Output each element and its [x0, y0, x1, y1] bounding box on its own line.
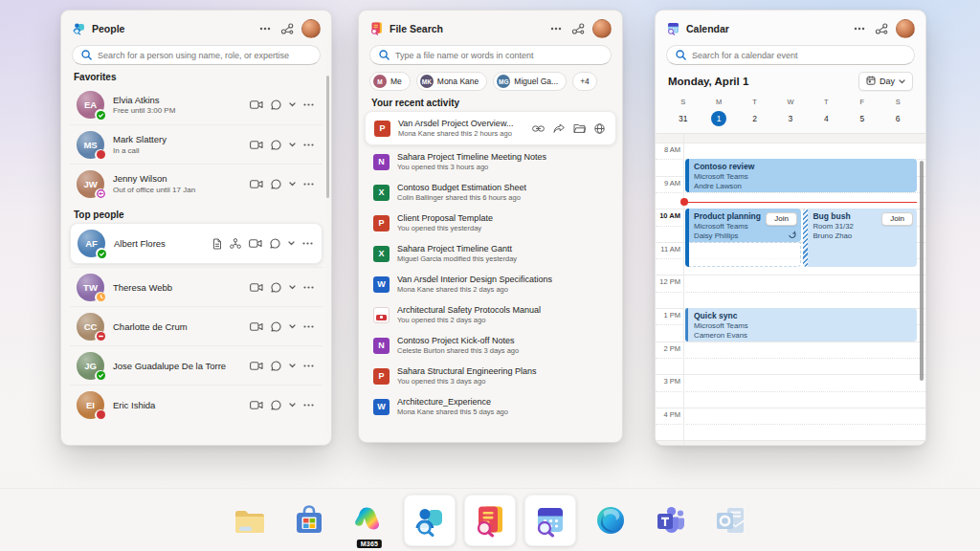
filter-chip[interactable]: MMe [369, 72, 411, 91]
chevron-down-icon[interactable] [289, 364, 296, 368]
person-row[interactable]: AFAlbert Flores [70, 223, 323, 264]
date-cell[interactable]: 3 [772, 111, 808, 126]
video-call-icon[interactable] [250, 180, 263, 188]
video-call-icon[interactable] [250, 100, 263, 109]
more-options-icon[interactable] [303, 183, 314, 186]
account-avatar[interactable] [896, 19, 915, 38]
date-cell[interactable]: 2 [737, 111, 772, 126]
video-call-icon[interactable] [250, 283, 263, 292]
video-call-icon[interactable] [250, 401, 263, 409]
file-row[interactable]: XContoso Budget Estimation SheetColin Ba… [365, 177, 616, 208]
chevron-down-icon[interactable] [289, 143, 296, 147]
date-number[interactable]: 4 [818, 111, 834, 126]
file-row[interactable]: NSahara Project Timeline Meeting NotesYo… [365, 146, 616, 177]
date-number[interactable]: 6 [890, 111, 905, 126]
more-options-icon[interactable] [548, 25, 564, 33]
calendar-event[interactable]: Product planningMicrosoft TeamsDaisy Phi… [685, 209, 801, 267]
more-options-icon[interactable] [303, 143, 314, 146]
chat-icon[interactable] [271, 321, 281, 332]
taskbar-calendar-app[interactable] [524, 495, 576, 546]
file-row[interactable]: PSahara Structural Engineering PlansYou … [365, 361, 616, 391]
chat-icon[interactable] [271, 179, 281, 189]
video-call-icon[interactable] [250, 322, 263, 331]
date-number[interactable]: 5 [855, 111, 870, 126]
calendar-search-input[interactable] [692, 51, 905, 60]
date-cell[interactable]: 5 [844, 111, 880, 126]
video-call-icon[interactable] [249, 239, 262, 248]
more-options-icon[interactable] [303, 103, 314, 106]
chat-icon[interactable] [270, 238, 280, 249]
calendar-event[interactable]: Contoso reviewMicrosoft TeamsAndre Lawso… [685, 159, 917, 192]
person-row[interactable]: JWJenny WilsonOut of office until 17 Jan [70, 164, 323, 203]
taskbar-teams[interactable] [645, 495, 697, 546]
open-folder-icon[interactable] [573, 123, 586, 133]
account-avatar[interactable] [301, 19, 321, 38]
person-row[interactable]: MSMark SlatteryIn a call [70, 124, 323, 164]
taskbar-file-explorer[interactable] [223, 495, 275, 546]
filter-chip[interactable]: +4 [572, 72, 597, 91]
taskbar-outlook[interactable] [705, 495, 757, 546]
more-options-icon[interactable] [302, 242, 313, 245]
filter-chip[interactable]: MGMiguel Ga... [493, 72, 567, 91]
video-call-icon[interactable] [250, 141, 263, 149]
view-selector-button[interactable]: Day [858, 72, 913, 91]
connections-icon[interactable] [569, 21, 587, 36]
chevron-down-icon[interactable] [288, 241, 295, 246]
chevron-down-icon[interactable] [289, 324, 296, 329]
more-options-icon[interactable] [303, 286, 314, 289]
date-number[interactable]: 31 [676, 111, 691, 126]
date-number[interactable]: 3 [783, 111, 798, 126]
calendar-event[interactable]: Quick syncMicrosoft TeamsCameron Evans [685, 308, 917, 342]
calendar-search[interactable] [666, 45, 915, 65]
taskbar-file-search-app[interactable] [464, 495, 516, 546]
copy-link-icon[interactable] [532, 125, 545, 132]
person-row[interactable]: TWTheresa Webb [70, 267, 323, 306]
taskbar-people-app[interactable] [404, 495, 456, 546]
calendar-day-grid[interactable]: 8 AM9 AM10 AM11 AM12 PM1 PM2 PM3 PM4 PM5… [656, 134, 925, 446]
document-icon[interactable] [212, 238, 222, 250]
video-call-icon[interactable] [250, 362, 263, 370]
file-search-box[interactable] [369, 45, 612, 65]
org-chart-icon[interactable] [230, 238, 241, 249]
person-row[interactable]: CCCharlotte de Crum [70, 306, 323, 345]
chat-icon[interactable] [271, 400, 281, 410]
person-row[interactable]: JGJose Guadalupe De la Torre [70, 345, 323, 385]
chat-icon[interactable] [271, 282, 281, 293]
file-row[interactable]: PVan Arsdel Project Overview...Mona Kane… [365, 111, 616, 145]
person-row[interactable]: EIEric Ishida [70, 385, 323, 424]
date-cell[interactable]: 6 [880, 111, 916, 126]
open-in-browser-icon[interactable] [594, 123, 605, 134]
date-number[interactable]: 1 [711, 111, 726, 126]
taskbar-microsoft-store[interactable] [283, 495, 335, 546]
file-row[interactable]: WArchitecture_ExperienceMona Kane shared… [365, 391, 616, 422]
date-cell[interactable]: 4 [809, 111, 844, 126]
chevron-down-icon[interactable] [289, 285, 296, 290]
join-button[interactable]: Join [766, 212, 797, 226]
calendar-scrollbar[interactable] [920, 161, 924, 381]
file-row[interactable]: NContoso Project Kick-off NotesCeleste B… [365, 330, 616, 361]
more-options-icon[interactable] [303, 404, 314, 407]
people-search[interactable] [72, 45, 321, 65]
chat-icon[interactable] [271, 361, 281, 371]
date-cell[interactable]: 31 [665, 111, 701, 126]
taskbar-m365-copilot[interactable]: M365 [344, 495, 395, 546]
chat-icon[interactable] [271, 140, 281, 150]
account-avatar[interactable] [592, 19, 612, 38]
chevron-down-icon[interactable] [289, 403, 296, 408]
date-cell[interactable]: 1 [701, 111, 736, 126]
file-row[interactable]: PClient Proposal TemplateYou opened this… [365, 208, 616, 238]
file-row[interactable]: Architectural Safety Protocols ManualYou… [365, 299, 616, 330]
more-options-icon[interactable] [303, 325, 314, 328]
chevron-down-icon[interactable] [289, 182, 296, 187]
people-search-input[interactable] [98, 51, 311, 60]
share-icon[interactable] [553, 123, 565, 134]
join-button[interactable]: Join [881, 212, 913, 226]
calendar-event[interactable]: Bug bushRoom 31/32Bruno ZhaoJoin [803, 209, 917, 267]
people-scrollbar[interactable] [326, 76, 329, 198]
more-options-icon[interactable] [303, 364, 314, 367]
more-options-icon[interactable] [257, 25, 273, 33]
connections-icon[interactable] [278, 21, 296, 36]
date-number[interactable]: 2 [747, 111, 763, 126]
taskbar-edge[interactable] [585, 495, 636, 546]
more-options-icon[interactable] [852, 25, 867, 33]
